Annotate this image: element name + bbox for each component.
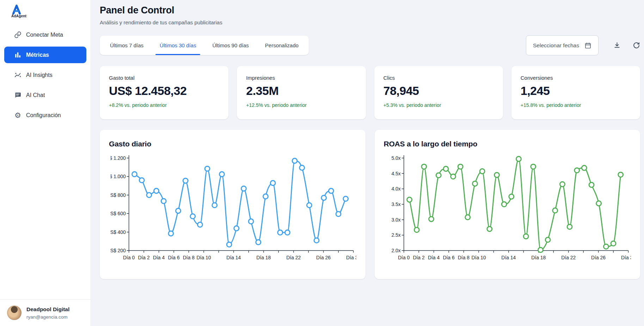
- adagent-logo: AdAgent: [0, 0, 91, 18]
- sidebar-item-label: Configuración: [26, 112, 61, 119]
- kpi-card-conversiones: Conversiones 1,245 +15.8% vs. periodo an…: [511, 66, 640, 119]
- avatar: [7, 306, 22, 320]
- kpi-value: 78,945: [384, 84, 494, 98]
- profile-email: ryan@agencia.com: [26, 314, 69, 320]
- tab-ultimos-90-dias[interactable]: Últimos 90 días: [204, 36, 257, 55]
- svg-text:US$ 800: US$ 800: [109, 192, 126, 198]
- kpi-label: Conversiones: [521, 75, 631, 81]
- svg-text:Día 8: Día 8: [183, 255, 195, 260]
- svg-text:Día 6: Día 6: [168, 255, 180, 260]
- svg-text:US$ 1.200: US$ 1.200: [109, 155, 126, 161]
- chart-card-roas: ROAS a lo largo del tiempo Día 0Día 2Día…: [375, 130, 640, 279]
- sidebar-item-label: AI Insights: [26, 72, 53, 78]
- profile-name: Deadpool Digital: [26, 306, 69, 313]
- svg-text:4.5x: 4.5x: [391, 171, 400, 176]
- svg-text:3.5x: 3.5x: [391, 201, 400, 207]
- svg-text:3.0x: 3.0x: [391, 217, 400, 223]
- svg-text:Día 30: Día 30: [621, 255, 631, 260]
- svg-text:2.5x: 2.5x: [391, 232, 400, 238]
- sidebar-item-label: Métricas: [26, 52, 49, 58]
- svg-text:2.0x: 2.0x: [391, 248, 400, 253]
- chart-title: Gasto diario: [109, 140, 356, 148]
- sidebar-nav: Conectar Meta Métricas: [0, 26, 91, 123]
- kpi-card-gasto-total: Gasto total US$ 12.458,32 +8.2% vs. peri…: [100, 66, 228, 119]
- kpi-value: 1,245: [521, 84, 631, 98]
- svg-text:Día 8: Día 8: [458, 255, 470, 260]
- svg-text:Día 4: Día 4: [428, 255, 440, 260]
- kpi-card-impresiones: Impresiones 2.35M +12.5% vs. periodo ant…: [237, 66, 366, 119]
- svg-text:Día 22: Día 22: [561, 255, 576, 260]
- svg-text:Día 0: Día 0: [123, 255, 135, 260]
- tab-personalizado[interactable]: Personalizado: [257, 36, 307, 55]
- sidebar: AdAgent Conectar Meta: [0, 0, 91, 326]
- svg-text:Día 18: Día 18: [256, 255, 271, 260]
- svg-text:US$ 400: US$ 400: [109, 229, 126, 235]
- page-subtitle: Análisis y rendimiento de tus campañas p…: [100, 19, 640, 25]
- kpi-card-clics: Clics 78,945 +5.3% vs. periodo anterior: [374, 66, 503, 119]
- svg-text:4.0x: 4.0x: [391, 186, 400, 192]
- svg-text:Día 30: Día 30: [346, 255, 356, 260]
- svg-text:US$ 600: US$ 600: [109, 211, 126, 216]
- toolbar-actions: Seleccionar fechas: [526, 35, 640, 55]
- roas-chart[interactable]: Día 0Día 2Día 4Día 6Día 8Día 10Día 14Día…: [384, 152, 631, 269]
- refresh-icon: [633, 42, 640, 49]
- gasto-diario-chart[interactable]: Día 0Día 2Día 4Día 6Día 8Día 10Día 14Día…: [109, 152, 356, 269]
- adagent-logo-text: AdAgent: [11, 14, 91, 18]
- main-content: Panel de Control Análisis y rendimiento …: [91, 0, 644, 326]
- trending-sparkle-icon: [14, 71, 22, 79]
- kpi-label: Impresiones: [246, 75, 356, 81]
- kpi-label: Clics: [384, 75, 494, 81]
- kpi-change: +5.3% vs. periodo anterior: [384, 102, 494, 108]
- svg-text:Día 18: Día 18: [531, 255, 546, 260]
- svg-text:Día 26: Día 26: [316, 255, 331, 260]
- kpi-change: +8.2% vs. periodo anterior: [109, 102, 219, 108]
- download-button[interactable]: [613, 42, 621, 49]
- chat-icon: [14, 91, 22, 99]
- bar-chart-icon: [14, 51, 22, 59]
- tab-ultimos-30-dias[interactable]: Últimos 30 días: [152, 36, 204, 55]
- app-root: AdAgent Conectar Meta: [0, 0, 644, 326]
- svg-text:Día 14: Día 14: [501, 255, 516, 260]
- svg-text:Día 14: Día 14: [226, 255, 241, 260]
- svg-text:Día 22: Día 22: [286, 255, 301, 260]
- sidebar-item-ai-insights[interactable]: AI Insights: [4, 67, 86, 83]
- page-title: Panel de Control: [100, 5, 640, 16]
- date-picker-button[interactable]: Seleccionar fechas: [526, 35, 599, 55]
- sidebar-item-metricas[interactable]: Métricas: [4, 47, 86, 63]
- tab-ultimos-7-dias[interactable]: Últimos 7 días: [102, 36, 152, 55]
- adagent-logo-icon: [11, 4, 23, 15]
- sidebar-item-label: Conectar Meta: [26, 32, 63, 38]
- sidebar-item-label: AI Chat: [26, 92, 45, 98]
- sidebar-item-conectar-meta[interactable]: Conectar Meta: [4, 26, 86, 43]
- gear-icon: ⚙: [14, 111, 22, 119]
- refresh-button[interactable]: [633, 42, 640, 49]
- link-icon: [14, 31, 22, 38]
- svg-text:Día 10: Día 10: [471, 255, 486, 260]
- kpi-label: Gasto total: [109, 75, 219, 81]
- chart-card-gasto-diario: Gasto diario Día 0Día 2Día 4Día 6Día 8Dí…: [100, 130, 366, 279]
- toolbar: Últimos 7 días Últimos 30 días Últimos 9…: [100, 35, 640, 55]
- kpi-change: +15.8% vs. periodo anterior: [521, 102, 631, 108]
- svg-text:Día 2: Día 2: [413, 255, 425, 260]
- svg-text:Día 6: Día 6: [443, 255, 455, 260]
- charts-row: Gasto diario Día 0Día 2Día 4Día 6Día 8Dí…: [100, 130, 640, 279]
- download-icon: [613, 42, 621, 49]
- svg-text:Día 0: Día 0: [398, 255, 410, 260]
- svg-text:Día 4: Día 4: [153, 255, 165, 260]
- svg-text:Día 2: Día 2: [138, 255, 150, 260]
- kpi-change: +12.5% vs. periodo anterior: [246, 102, 356, 108]
- svg-text:US$ 1.000: US$ 1.000: [109, 174, 126, 179]
- svg-text:Día 26: Día 26: [591, 255, 606, 260]
- kpi-value: US$ 12.458,32: [109, 84, 219, 98]
- svg-text:US$ 200: US$ 200: [109, 248, 126, 253]
- kpi-value: 2.35M: [246, 84, 356, 98]
- svg-text:Día 10: Día 10: [196, 255, 211, 260]
- kpi-row: Gasto total US$ 12.458,32 +8.2% vs. peri…: [100, 66, 640, 119]
- calendar-icon: [584, 42, 591, 49]
- user-profile[interactable]: Deadpool Digital ryan@agencia.com: [0, 299, 91, 326]
- svg-text:5.0x: 5.0x: [391, 155, 400, 161]
- date-range-tabs: Últimos 7 días Últimos 30 días Últimos 9…: [100, 36, 309, 55]
- sidebar-item-ai-chat[interactable]: AI Chat: [4, 87, 86, 103]
- date-picker-label: Seleccionar fechas: [533, 42, 579, 49]
- sidebar-item-configuracion[interactable]: ⚙ Configuración: [4, 107, 86, 123]
